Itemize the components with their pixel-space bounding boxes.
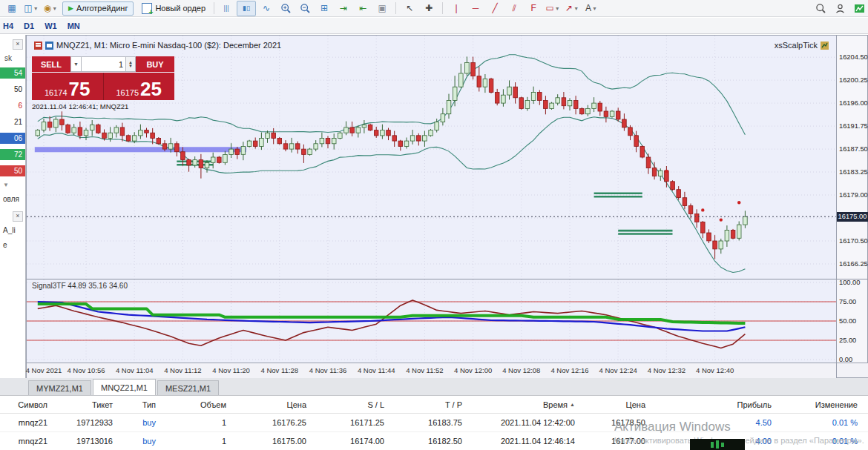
column-header-тип[interactable]: Тип (123, 396, 166, 414)
time-axis-label: 4 Nov 12:24 (592, 366, 644, 374)
cell: buy (123, 432, 166, 450)
sell-price[interactable]: 16174 75 (32, 73, 104, 100)
toolbar-group-tools: |||▮▯∿⊞⇥⇤▣↖✚|─╱⫽F▭▼↗▼A▼ (217, 1, 600, 16)
market-watch-cell[interactable]: 72 (0, 149, 25, 160)
column-header-символ[interactable]: Символ (0, 396, 58, 414)
navigator-item-fragment[interactable]: A_li (0, 226, 25, 234)
auto-scroll-icon[interactable]: ⇥ (335, 1, 352, 16)
timeframe-h4[interactable]: H4 (3, 21, 13, 30)
shapes-icon[interactable]: ▭▼ (544, 1, 562, 16)
market-watch-tab-fragment[interactable]: овля (0, 195, 25, 203)
new-chart-icon[interactable]: ▦ (3, 1, 21, 16)
arrows-icon[interactable]: ↗▼ (563, 1, 581, 16)
indicator-canvas[interactable] (27, 279, 836, 363)
xsscalptick-icon (821, 42, 829, 50)
horizontal-line-icon[interactable]: ─ (467, 1, 484, 16)
column-header-изменение[interactable]: Изменение (782, 396, 868, 414)
column-header-объем[interactable]: Объем (166, 396, 237, 414)
chart-header: MNQZ21, M1: Micro E-mini Nasdaq-100 ($2)… (34, 41, 281, 50)
left-panel-fragment: ×sk5450621067250▼овля×A_lie (0, 35, 26, 378)
market-watch-cell[interactable]: 54 (0, 67, 25, 79)
overlay-indicator-label: xsScalpTick (775, 41, 818, 50)
bar-chart-icon[interactable]: ||| (217, 1, 235, 16)
time-axis-label: 4 Nov 11:52 (398, 366, 450, 374)
trade-table-header: СимволТикетТипОбъемЦенаS / LT / PВремя▲Ц… (0, 396, 868, 414)
volume-stepper[interactable]: ▲▼ (126, 56, 136, 72)
toolbar-separator (442, 2, 443, 14)
chart-tab-mnqz21[interactable]: MNQZ21,M1 (93, 379, 156, 395)
column-header-price-current[interactable]: Цена (585, 396, 656, 414)
column-header-время[interactable]: Время▲ (473, 396, 585, 414)
chart-menu-icon-red[interactable] (34, 42, 42, 50)
timeframe-d1[interactable]: D1 (24, 21, 34, 30)
chart-menu-icon-blue[interactable] (45, 42, 53, 50)
favorites-icon[interactable]: ◉▼ (42, 1, 59, 16)
one-click-trading-panel: SELL ▼ 1 ▲▼ BUY 16174 75 16175 25 2021.1… (32, 56, 174, 110)
candlestick-chart-icon[interactable]: ▮▯ (237, 1, 256, 16)
current-price-tag: 16175.00 (837, 212, 868, 222)
toolbar-group-right (812, 1, 868, 16)
buy-price[interactable]: 16175 25 (104, 73, 175, 100)
close-icon[interactable]: × (13, 39, 23, 50)
price-scale-label: 16179.00 (839, 191, 868, 199)
algo-trading-button[interactable]: ▶ Алготрейдинг (62, 1, 134, 16)
column-header-прибыль[interactable]: Прибыль (656, 396, 782, 414)
table-row[interactable]: mnqz2119712933buy116176.2516171.2516183.… (0, 414, 868, 432)
price-scale[interactable]: 16204.5016200.2516196.0016191.7516187.50… (836, 36, 867, 377)
toolbar-group-charts: ▦◫▼◉▼ (3, 1, 59, 16)
market-watch-cell[interactable]: 50 (0, 84, 25, 95)
market-watch-cell[interactable]: 06 (0, 133, 25, 144)
cell: 16174.00 (317, 432, 395, 450)
line-chart-icon[interactable]: ∿ (257, 1, 275, 16)
overlay-indicator: xsScalpTick (775, 41, 829, 50)
equidistant-channel-icon[interactable]: ⫽ (505, 1, 523, 16)
column-header-s-l[interactable]: S / L (317, 396, 395, 414)
zoom-out-icon[interactable] (296, 1, 314, 16)
buy-price-pips: 25 (140, 80, 162, 98)
navigator-item-fragment[interactable]: e (0, 241, 25, 249)
market-watch-cell[interactable]: 6 (0, 100, 25, 111)
new-order-icon (142, 3, 152, 14)
price-scale-label: 16170.50 (839, 237, 868, 245)
column-header-t-p[interactable]: T / P (395, 396, 473, 414)
time-axis-label: 4 Nov 12:40 (689, 366, 741, 374)
volume-input[interactable]: 1 (82, 56, 126, 72)
toolbar: ▦◫▼◉▼ ▶ Алготрейдинг Новый ордер |||▮▯∿⊞… (0, 0, 868, 17)
time-axis-label: 4 Nov 12:00 (447, 366, 499, 374)
close-icon[interactable]: × (13, 211, 23, 222)
screenshot-icon[interactable]: ▣ (373, 1, 391, 16)
time-axis[interactable]: 4 Nov 20214 Nov 10:564 Nov 11:044 Nov 11… (27, 363, 836, 378)
cell: 16177.00 (585, 432, 656, 450)
chart-tab-mymz21[interactable]: MYMZ21,M1 (28, 380, 91, 395)
tile-windows-icon[interactable]: ⊞ (315, 1, 333, 16)
market-watch-cell[interactable]: 21 (0, 116, 25, 128)
crosshair-icon[interactable]: ✚ (420, 1, 438, 16)
column-header-цена[interactable]: Цена (237, 396, 317, 414)
buy-button[interactable]: BUY (136, 56, 174, 72)
search-icon[interactable] (812, 1, 829, 16)
account-icon[interactable] (831, 1, 849, 16)
timeframe-mn[interactable]: MN (68, 21, 80, 30)
timeframe-w1[interactable]: W1 (45, 21, 57, 30)
chart-tab-mesz21[interactable]: MESZ21,M1 (157, 380, 219, 395)
chart-shift-icon[interactable]: ⇤ (354, 1, 372, 16)
scroll-down-icon[interactable]: ▼ (0, 182, 25, 188)
chart-comment: 2021.11.04 12:46:41; MNQZ21 (32, 102, 174, 110)
cell: 16178.50 (585, 414, 656, 431)
time-axis-label: 4 Nov 11:12 (157, 366, 208, 374)
market-watch-cell[interactable]: 50 (0, 165, 25, 176)
trendline-icon[interactable]: ╱ (486, 1, 504, 16)
column-header-тикет[interactable]: Тикет (58, 396, 123, 414)
sell-button[interactable]: SELL (32, 56, 70, 72)
zoom-in-icon[interactable] (277, 1, 295, 16)
vertical-line-icon[interactable]: | (447, 1, 465, 16)
cursor-icon[interactable]: ↖ (401, 1, 418, 16)
price-scale-label: 16196.00 (839, 99, 868, 107)
new-order-button[interactable]: Новый ордер (137, 1, 211, 16)
fibonacci-icon[interactable]: F (525, 1, 542, 16)
chart-profiles-icon[interactable]: ◫▼ (22, 1, 40, 16)
timeframe-bar: H4D1W1MN (0, 18, 868, 34)
community-icon[interactable] (850, 1, 868, 16)
order-type-dropdown[interactable]: ▼ (70, 56, 82, 72)
text-icon[interactable]: A▼ (582, 1, 600, 16)
